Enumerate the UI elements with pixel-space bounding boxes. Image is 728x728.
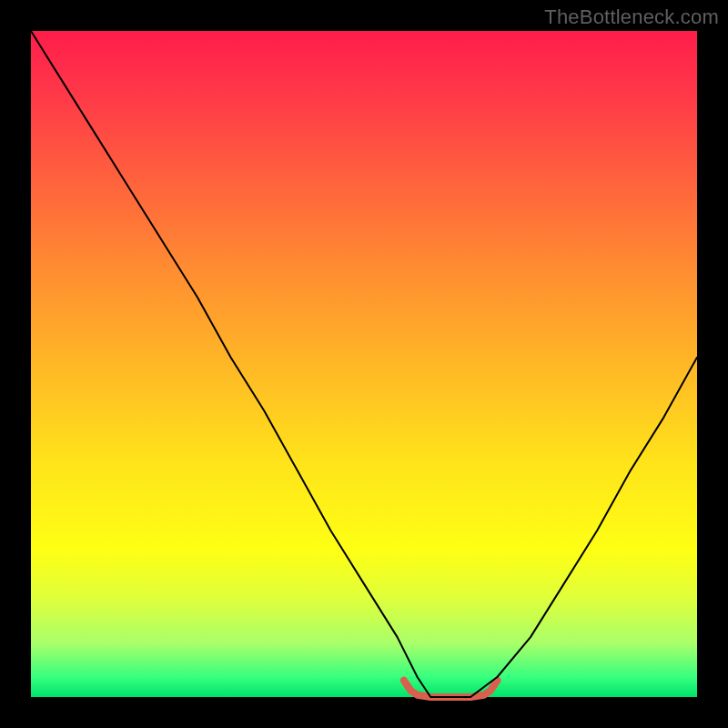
watermark-text: TheBottleneck.com: [544, 5, 719, 29]
minimum-band-path: [404, 681, 498, 697]
plot-area: [31, 31, 697, 697]
bottleneck-curve-path: [31, 31, 697, 697]
chart-svg: [31, 31, 697, 697]
chart-frame: TheBottleneck.com: [0, 0, 728, 728]
